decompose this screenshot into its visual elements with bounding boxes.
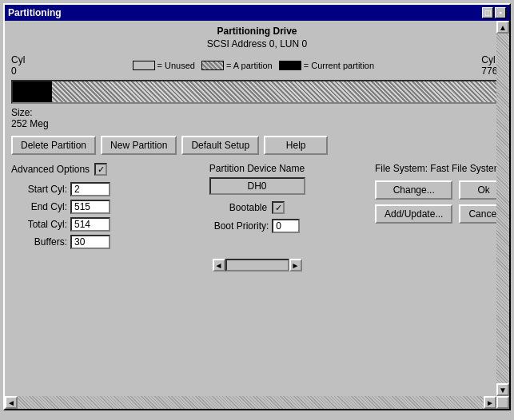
bar-used [13, 81, 52, 102]
total-cyl-input[interactable] [70, 217, 110, 232]
end-cyl-input[interactable] [70, 200, 110, 214]
v-scroll-track [496, 34, 509, 383]
partition-bar [11, 80, 503, 104]
start-cyl-label: Start Cyl: [11, 184, 67, 195]
bootable-checkbox[interactable]: ✓ [272, 201, 285, 214]
size-info: Size: 252 Meg [11, 107, 503, 129]
add-update-button[interactable]: Add/Update... [375, 204, 452, 224]
change-addupdate-col: Change... Add/Update... [375, 180, 452, 224]
end-cyl-row: End Cyl: [11, 200, 139, 214]
restore-button[interactable]: ◫ [482, 7, 493, 18]
main-buttons: Delete Partition New Partition Default S… [11, 136, 503, 155]
scroll-up-button[interactable]: ▲ [496, 21, 509, 34]
buffers-label: Buffers: [11, 236, 67, 248]
boot-priority-row: Boot Priority: [145, 219, 369, 233]
h-scroll-track [18, 396, 484, 409]
scroll-left-button[interactable]: ◄ [213, 259, 225, 271]
bootable-row: Bootable ✓ [145, 201, 369, 214]
scroll-right-button[interactable]: ► [289, 259, 302, 271]
title-bar: Partitioning ◫ ▪ [5, 5, 509, 21]
legend-box-partition [201, 61, 224, 70]
advanced-options-label: Advanced Options [11, 164, 90, 175]
title-bar-controls: ◫ ▪ [482, 7, 506, 18]
h-scroll-right-button[interactable]: ► [484, 396, 496, 409]
total-cyl-row: Total Cyl: [11, 217, 139, 232]
boot-priority-label: Boot Priority: [214, 220, 269, 232]
delete-partition-button[interactable]: Delete Partition [11, 136, 96, 155]
cyl-left-label: Cyl [11, 54, 25, 65]
device-name-label: Partition Device Name [145, 163, 369, 174]
help-button[interactable]: Help [264, 136, 328, 155]
horizontal-scroll-area: ◄ ► [11, 259, 503, 271]
start-cyl-row: Start Cyl: [11, 182, 139, 196]
cyl-row: Cyl 0 = Unused = A partition = Current p… [11, 54, 503, 77]
start-cyl-input[interactable] [70, 182, 110, 196]
scroll-corner [496, 396, 509, 409]
main-area: Advanced Options ✓ Start Cyl: End Cyl: T… [11, 163, 503, 252]
legend-box-current [279, 61, 301, 70]
legend-current: = Current partition [279, 61, 374, 70]
default-setup-button[interactable]: Default Setup [181, 136, 259, 155]
buffers-row: Buffers: [11, 235, 139, 249]
bootable-label: Bootable [229, 202, 267, 213]
advanced-options-checkbox[interactable]: ✓ [94, 163, 107, 176]
window-title: Partitioning [8, 7, 62, 18]
drive-subtitle: SCSI Address 0, LUN 0 [11, 38, 503, 50]
change-button[interactable]: Change... [375, 180, 452, 200]
right-action-area: Change... Add/Update... Ok Cancel [375, 180, 503, 224]
legend-box-unused [133, 61, 155, 70]
end-cyl-label: End Cyl: [11, 201, 67, 212]
cyl-right-label: Cyl [481, 54, 495, 65]
total-cyl-label: Total Cyl: [11, 219, 67, 230]
size-value: 252 Meg [11, 118, 49, 129]
drive-title: Partitioning Drive [11, 26, 503, 37]
legend-unused-label: = Unused [157, 61, 195, 70]
filesystem-label: File System: Fast File System [375, 163, 503, 174]
bar-pattern [52, 81, 501, 102]
close-button[interactable]: ▪ [495, 7, 506, 18]
legend-partition: = A partition [201, 61, 273, 70]
vertical-scrollbar: ▲ ▼ [496, 21, 509, 396]
advanced-options-row: Advanced Options ✓ [11, 163, 139, 176]
device-name-input[interactable]: DH0 [209, 177, 305, 195]
window-content: Partitioning Drive SCSI Address 0, LUN 0… [5, 21, 509, 276]
legend-partition-label: = A partition [226, 61, 273, 70]
bottom-scrollbar: ◄ ► [5, 396, 496, 409]
scroll-down-button[interactable]: ▼ [496, 383, 509, 396]
size-label: Size: [11, 107, 33, 118]
buffers-input[interactable] [70, 235, 110, 249]
scroll-track [225, 259, 289, 271]
new-partition-button[interactable]: New Partition [101, 136, 177, 155]
legend: = Unused = A partition = Current partiti… [25, 61, 481, 70]
boot-priority-input[interactable] [272, 219, 300, 233]
cyl-left-value: 0 [11, 65, 17, 77]
main-window: Partitioning ◫ ▪ Partitioning Drive SCSI… [3, 3, 511, 410]
cyl-left: Cyl 0 [11, 54, 25, 77]
left-panel: Advanced Options ✓ Start Cyl: End Cyl: T… [11, 163, 139, 252]
middle-panel: Partition Device Name DH0 Bootable ✓ Boo… [145, 163, 369, 252]
legend-current-label: = Current partition [304, 61, 374, 70]
h-scroll-left-button[interactable]: ◄ [5, 396, 18, 409]
right-panel: File System: Fast File System Change... … [375, 163, 503, 252]
legend-unused: = Unused [133, 61, 195, 70]
